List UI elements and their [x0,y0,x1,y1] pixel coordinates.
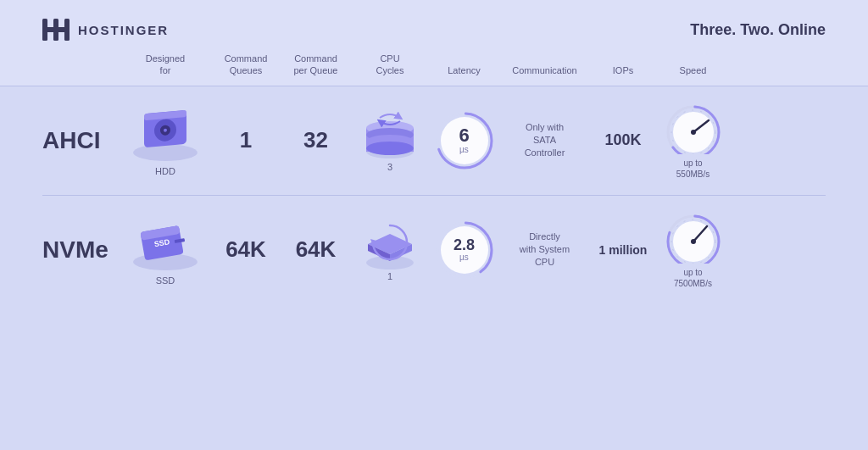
ahci-latency-unit: µs [459,145,469,154]
nvme-speed-label: up to7500MB/s [674,267,712,289]
ahci-iops: 100K [589,131,657,149]
column-headers: Designedfor CommandQueues Commandper Que… [0,53,868,86]
logo-text: HOSTINGER [78,23,169,37]
ahci-icon-label: HDD [155,166,175,176]
ahci-cmd-pq: 32 [280,127,352,153]
ahci-speed-dial [663,102,724,154]
svg-point-15 [366,142,414,155]
nvme-cmd-pq: 64K [280,236,352,263]
ahci-latency: 6 µs [428,110,500,171]
nvme-iops: 1 million [589,243,657,257]
logo: HOSTINGER [42,19,169,41]
svg-point-23 [691,130,696,135]
nvme-speed-dial [663,211,724,264]
ahci-speed: up to550MB/s [657,102,729,180]
row-ahci: AHCI HDD 1 [42,86,826,196]
svg-point-4 [133,144,198,161]
col-header-cmd-pq: Commandper Queue [280,53,352,77]
col-header-iops: IOPs [589,64,657,76]
ahci-cpu-cycles-icon [359,109,420,160]
tagline: Three. Two. Online [690,21,826,39]
col-header-cmd-q: CommandQueues [212,53,280,77]
nvme-cpu-cycles-icon [359,219,420,269]
nvme-icon: SSD SSD [119,214,212,286]
ahci-speed-label: up to550MB/s [676,158,709,180]
col-header-cpu: CPUCycles [352,53,428,77]
col-header-speed: Speed [657,64,729,76]
ahci-latency-gauge: 6 µs [434,110,495,171]
ahci-communication: Only withSATAController [500,121,589,160]
hdd-icon [127,105,203,163]
nvme-cmd-q: 64K [212,236,280,263]
nvme-latency-unit: µs [453,253,475,262]
ahci-cmd-q: 1 [212,127,280,153]
logo-icon [42,19,70,41]
ssd-icon: SSD [127,214,203,272]
row-nvme: NVMe SSD SSD 64K [42,196,826,304]
svg-point-42 [691,239,696,244]
ahci-label: AHCI [42,127,119,154]
ahci-cmd-pq-val: 32 [303,127,328,153]
nvme-icon-label: SSD [156,275,175,286]
ahci-cpu-cycles-val: 3 [387,162,392,172]
nvme-cpu: 1 [352,219,428,281]
svg-rect-3 [42,27,70,32]
col-header-comm: Communication [500,64,589,76]
nvme-speed: up to7500MB/s [657,211,729,289]
col-header-icon: Designedfor [119,53,212,77]
data-section: AHCI HDD 1 [0,86,868,304]
ahci-cpu: 3 [352,109,428,172]
col-header-latency: Latency [428,64,500,76]
nvme-latency-val: 2.8 [453,237,475,253]
ahci-cmd-q-val: 1 [240,127,252,153]
nvme-cpu-cycles-val: 1 [387,271,392,281]
nvme-communication: Directlywith SystemCPU [500,231,589,269]
header: HOSTINGER Three. Two. Online [0,0,868,53]
nvme-latency: 2.8 µs [428,219,500,281]
page: HOSTINGER Three. Two. Online Designedfor… [0,0,868,450]
ahci-latency-val: 6 [459,126,469,145]
nvme-label: NVMe [42,236,119,264]
ahci-icon: HDD [119,105,212,176]
nvme-cmd-pq-val: 64K [296,236,337,263]
nvme-cmd-q-val: 64K [225,236,266,263]
nvme-latency-gauge: 2.8 µs [434,219,495,281]
